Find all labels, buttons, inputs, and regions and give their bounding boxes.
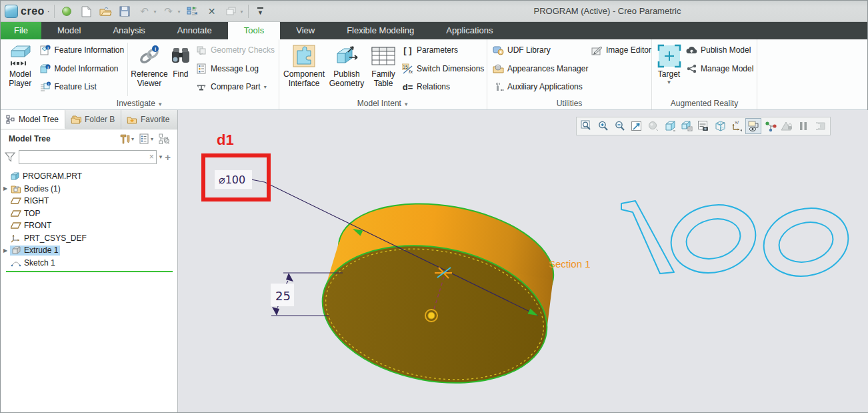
udf-library-button[interactable]: UDF Library: [493, 43, 586, 57]
height-dimension-value[interactable]: 25: [275, 289, 291, 303]
tree-settings-dropdown-icon[interactable]: ▾: [131, 136, 134, 142]
windows-cascade-button[interactable]: [224, 4, 239, 19]
tree-item-right[interactable]: RIGHT: [1, 195, 177, 208]
new-file-button[interactable]: [79, 4, 93, 19]
tab-folder-browser[interactable]: Folder B: [65, 110, 121, 129]
redo-dropdown-icon[interactable]: ▾: [177, 9, 180, 15]
tab-annotate[interactable]: Annotate: [161, 22, 228, 39]
shade-button[interactable]: [645, 118, 661, 134]
parameters-icon: [ ]: [402, 45, 413, 55]
view-manager-button[interactable]: [695, 118, 711, 134]
open-file-button[interactable]: [98, 4, 113, 19]
group-label-augmented-reality[interactable]: Augmented Reality: [652, 99, 757, 108]
diameter-dimension-value[interactable]: ⌀100: [219, 173, 245, 186]
tree-item-prt-csys-def[interactable]: PRT_CSYS_DEF: [1, 232, 177, 245]
component-interface-button[interactable]: Component Interface: [282, 41, 326, 97]
expand-caret-icon[interactable]: ▶: [1, 248, 10, 254]
save-button[interactable]: [117, 4, 132, 19]
add-filter-icon[interactable]: +: [165, 151, 171, 163]
search-dropdown-icon[interactable]: ▾: [159, 153, 163, 160]
tree-display-button[interactable]: [159, 133, 171, 145]
zoom-in-button[interactable]: [595, 118, 611, 134]
appearances-manager-button[interactable]: Appearances Manager: [493, 62, 586, 75]
tab-applications[interactable]: Applications: [430, 22, 509, 39]
tree-filters-button[interactable]: ▾: [139, 133, 153, 144]
reference-viewer-button[interactable]: i Reference Viewer: [131, 41, 167, 97]
tree-item-extrude-1[interactable]: ▶ Extrude 1: [1, 244, 177, 257]
undo-dropdown-icon[interactable]: ▾: [153, 9, 156, 15]
message-log-button[interactable]: Message Log: [196, 62, 275, 75]
image-editor-button[interactable]: Image Editor: [591, 43, 649, 57]
clip-button[interactable]: [812, 118, 828, 134]
feature-information-button[interactable]: i Feature Information: [39, 43, 122, 57]
model-information-button[interactable]: i Model Information: [39, 62, 122, 75]
auxiliary-applications-button[interactable]: Auxiliary Applications: [493, 80, 586, 93]
zoom-out-button[interactable]: [612, 118, 628, 134]
tab-analysis[interactable]: Analysis: [97, 22, 161, 39]
switch-dimensions-button[interactable]: 15fx Switch Dimensions: [402, 62, 482, 75]
find-button[interactable]: Find: [168, 41, 193, 97]
cylinder-body[interactable]: [311, 188, 563, 400]
tab-model[interactable]: Model: [41, 22, 97, 39]
pause-button[interactable]: [795, 118, 811, 134]
regenerate-button[interactable]: [185, 4, 200, 19]
group-label-model-intent[interactable]: Model Intent ▼: [279, 99, 487, 108]
sketch-text-100[interactable]: 100: [621, 196, 855, 285]
geometry-checks-button[interactable]: Geometry Checks: [196, 43, 275, 57]
tab-file[interactable]: File: [1, 22, 41, 39]
geometry-warnings-button[interactable]: [779, 118, 795, 134]
target-dropdown-icon[interactable]: ▼: [667, 79, 672, 85]
close-window-button[interactable]: ✕: [205, 4, 219, 19]
tab-view[interactable]: View: [280, 22, 331, 39]
sketch-point-icon[interactable]: [428, 312, 435, 319]
zoom-window-button[interactable]: [579, 118, 595, 134]
refit-button[interactable]: [629, 118, 645, 134]
publish-geometry-button[interactable]: Publish Geometry: [326, 41, 367, 97]
material-ball-button[interactable]: [59, 4, 74, 19]
tab-tools[interactable]: Tools: [228, 22, 280, 39]
target-button[interactable]: Target ▼: [655, 41, 683, 97]
tree-item-top[interactable]: TOP: [1, 208, 177, 220]
tab-flexible-modeling[interactable]: Flexible Modeling: [331, 22, 430, 39]
geometry-warnings-icon: [781, 120, 793, 132]
publish-model-button[interactable]: Publish Model: [686, 43, 753, 57]
manage-model-button[interactable]: Manage Model: [686, 62, 753, 75]
datum-display-button[interactable]: ×/: [729, 118, 745, 134]
redo-button[interactable]: ↷: [161, 4, 175, 19]
annotation-display-button[interactable]: [745, 118, 761, 134]
filter-funnel-icon[interactable]: [5, 151, 16, 162]
tree-settings-button[interactable]: ▾: [119, 133, 134, 145]
tree-item-program-prt[interactable]: PROGRAM.PRT: [1, 170, 177, 183]
tab-favorites[interactable]: Favorite: [121, 110, 177, 129]
tree-item-front[interactable]: FRONT: [1, 220, 177, 232]
compare-part-dropdown-icon[interactable]: ▾: [264, 84, 267, 90]
family-table-button[interactable]: Family Table: [367, 41, 399, 97]
display-style-button[interactable]: [662, 118, 678, 134]
undo-button[interactable]: ↶: [137, 4, 151, 19]
tree-insert-indicator[interactable]: [6, 271, 173, 272]
parameters-button[interactable]: [ ] Parameters: [402, 43, 482, 57]
view-manager-icon: [697, 120, 709, 132]
undo-icon: ↶: [140, 5, 149, 17]
relations-button[interactable]: d= Relations: [402, 80, 482, 93]
customize-toolbar-button[interactable]: ▼: [253, 4, 268, 19]
group-label-utilities[interactable]: Utilities: [487, 99, 651, 108]
tree-item-bodies[interactable]: ▶ Bodies (1): [1, 183, 177, 195]
tab-model-tree[interactable]: Model Tree: [1, 110, 65, 129]
expand-caret-icon[interactable]: ▶: [1, 185, 10, 191]
model-player-button[interactable]: Model Player: [3, 41, 37, 97]
perspective-button[interactable]: [712, 118, 728, 134]
graphics-area[interactable]: ⌀100 d1 25: [178, 110, 868, 412]
datum-plane-icon: [10, 196, 22, 206]
section-label[interactable]: Section 1: [549, 258, 591, 270]
tree-filters-dropdown-icon[interactable]: ▾: [151, 136, 153, 142]
saved-orientations-button[interactable]: [679, 118, 695, 134]
windows-dropdown-icon[interactable]: ▾: [241, 9, 243, 15]
group-label-investigate[interactable]: Investigate ▼: [1, 99, 279, 108]
compare-part-button[interactable]: Compare Part ▾: [196, 80, 275, 93]
spin-center-button[interactable]: [762, 118, 778, 134]
tree-search-input[interactable]: [19, 151, 156, 163]
tree-item-sketch-1[interactable]: Sketch 1: [1, 257, 177, 270]
clear-search-icon[interactable]: ×: [149, 152, 154, 161]
feature-list-button[interactable]: i Feature List: [39, 80, 122, 93]
